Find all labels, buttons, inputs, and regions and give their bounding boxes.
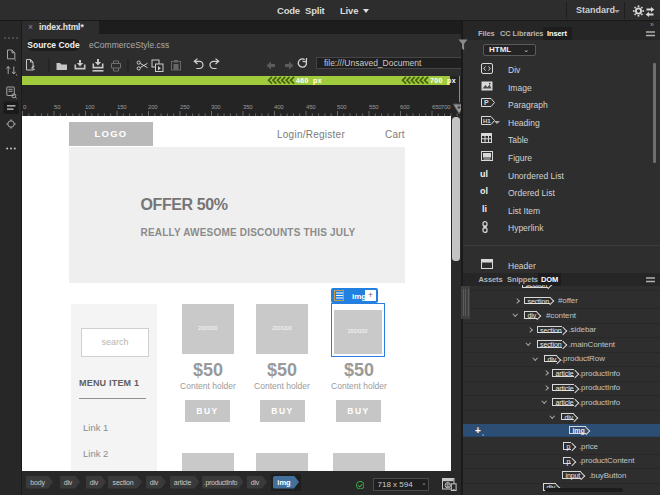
svg-text:P: P [484, 99, 489, 106]
svg-text:H1: H1 [483, 118, 491, 124]
